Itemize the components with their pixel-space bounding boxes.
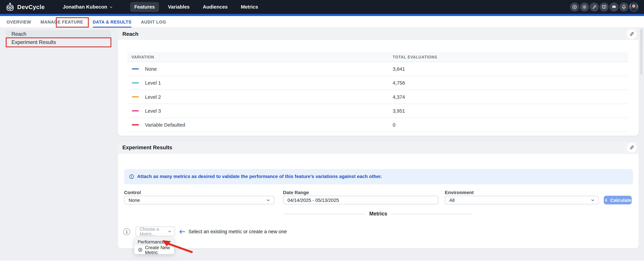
vertical-scrollbar-thumb[interactable] xyxy=(640,29,642,75)
experiment-results-section-header: Experiment Results xyxy=(118,141,639,153)
table-row: Level 1 4,756 xyxy=(127,76,628,90)
link-icon xyxy=(629,31,634,37)
table-row: Variable Defaulted 0 xyxy=(127,118,628,132)
variation-label: Level 1 xyxy=(145,80,161,86)
plus-circle-icon xyxy=(138,248,142,252)
navbar-actions xyxy=(570,3,638,12)
brand-name: DevCycle xyxy=(17,4,45,10)
page-bottom xyxy=(0,261,644,269)
calculate-button-label: Calculate xyxy=(610,198,631,202)
date-range-label: Date Range xyxy=(283,190,309,195)
top-navbar: DevCycle Jonathan Kubecon Features Varia… xyxy=(0,0,644,14)
add-button[interactable] xyxy=(570,3,579,12)
variation-label: None xyxy=(145,66,157,72)
settings-button[interactable] xyxy=(580,3,589,12)
date-range-value: 04/14/2025 - 05/13/2025 xyxy=(288,198,339,202)
variation-evaluations: 4,374 xyxy=(392,94,405,100)
metric-dropdown-menu: Performance Create New Metric xyxy=(134,238,174,254)
gear-icon xyxy=(582,5,587,10)
control-label: Control xyxy=(124,190,141,195)
org-switcher[interactable]: Jonathan Kubecon xyxy=(63,4,113,10)
reach-table-header-row: VARIATION TOTAL EVALUATIONS xyxy=(127,52,628,62)
chevron-down-icon xyxy=(266,198,270,202)
environment-label: Environment xyxy=(445,190,474,195)
api-keys-button[interactable] xyxy=(590,3,599,12)
info-icon xyxy=(129,174,134,179)
tab-data-and-results[interactable]: DATA & RESULTS xyxy=(93,16,132,28)
dropdown-option-performance[interactable]: Performance xyxy=(134,238,174,246)
info-banner: Attach as many metrics as desired to val… xyxy=(124,169,633,184)
active-tab-underline xyxy=(93,27,132,28)
variation-color-dash xyxy=(132,124,139,126)
metric-row-1: 1 Choose a Metric... Select an existing … xyxy=(123,226,287,236)
environment-value: All xyxy=(449,198,454,202)
discord-button[interactable] xyxy=(610,3,618,12)
org-name: Jonathan Kubecon xyxy=(63,4,107,10)
book-icon xyxy=(602,5,606,10)
environment-select[interactable]: All xyxy=(445,196,599,204)
notifications-button[interactable] xyxy=(619,3,628,12)
variation-label: Variable Defaulted xyxy=(145,122,185,128)
table-row: Level 3 3,951 xyxy=(127,104,628,118)
date-range-input[interactable]: 04/14/2025 - 05/13/2025 xyxy=(283,196,438,204)
experiment-results-section-title: Experiment Results xyxy=(122,144,172,151)
sidebar-item-reach[interactable]: Reach xyxy=(6,30,111,38)
environment-progress-bar xyxy=(0,14,644,16)
key-icon xyxy=(592,5,597,10)
calculate-button[interactable]: Calculate xyxy=(604,196,632,204)
nav-item-features[interactable]: Features xyxy=(130,2,159,12)
reach-table: VARIATION TOTAL EVALUATIONS None 3,641 L… xyxy=(127,52,628,132)
variation-evaluations: 0 xyxy=(392,122,395,128)
tab-manage-feature[interactable]: MANAGE FEATURE xyxy=(40,16,83,28)
table-row: None 3,641 xyxy=(127,62,628,76)
feature-tabbar: OVERVIEW MANAGE FEATURE DATA & RESULTS A… xyxy=(0,16,644,28)
bell-icon xyxy=(621,5,626,10)
variation-evaluations: 3,641 xyxy=(392,66,405,72)
left-arrow-icon xyxy=(179,229,185,234)
control-value: None xyxy=(129,198,140,202)
variation-color-dash xyxy=(132,96,139,98)
chevron-down-icon xyxy=(591,198,595,202)
user-avatar[interactable] xyxy=(629,3,638,12)
reach-card: VARIATION TOTAL EVALUATIONS None 3,641 L… xyxy=(118,40,639,136)
chevron-down-icon xyxy=(168,229,172,233)
lightning-icon xyxy=(604,198,608,202)
table-row: Level 2 4,374 xyxy=(127,90,628,104)
variation-evaluations: 4,756 xyxy=(392,80,405,86)
page-content: Reach Experiment Results Reach VARIATION… xyxy=(0,28,644,261)
column-header-variation: VARIATION xyxy=(132,55,154,59)
variation-label: Level 2 xyxy=(145,94,161,100)
chevron-down-icon xyxy=(109,5,113,9)
nav-item-audiences[interactable]: Audiences xyxy=(199,2,232,12)
reach-section-header: Reach xyxy=(118,28,639,40)
primary-nav: Features Variables Audiences Metrics xyxy=(130,2,262,12)
nav-item-variables[interactable]: Variables xyxy=(164,2,194,12)
control-select[interactable]: None xyxy=(124,196,274,204)
docs-button[interactable] xyxy=(600,3,609,12)
metrics-divider: Metrics xyxy=(284,211,473,217)
tab-overview[interactable]: OVERVIEW xyxy=(6,16,31,28)
experiment-results-card: Attach as many metrics as desired to val… xyxy=(118,154,639,248)
experiment-permalink-button[interactable] xyxy=(627,143,636,152)
discord-icon xyxy=(612,5,616,10)
nav-item-metrics[interactable]: Metrics xyxy=(237,2,262,12)
variation-color-dash xyxy=(132,110,139,112)
dropdown-create-new-metric[interactable]: Create New Metric xyxy=(134,246,174,254)
info-banner-text: Attach as many metrics as desired to val… xyxy=(137,174,382,179)
tab-audit-log[interactable]: AUDIT LOG xyxy=(141,16,166,28)
devcycle-app: DevCycle Jonathan Kubecon Features Varia… xyxy=(0,0,644,269)
variation-evaluations: 3,951 xyxy=(392,108,405,114)
variation-color-dash xyxy=(132,68,139,70)
devcycle-logo[interactable]: DevCycle xyxy=(5,3,45,12)
choose-metric-select[interactable]: Choose a Metric... xyxy=(136,226,175,236)
metrics-heading: Metrics xyxy=(369,211,387,217)
robot-logo-icon xyxy=(5,3,15,12)
sidebar-item-experiment-results[interactable]: Experiment Results xyxy=(6,38,111,47)
variation-label: Level 3 xyxy=(145,108,161,114)
metric-row-number: 1 xyxy=(123,228,130,235)
link-icon xyxy=(629,145,634,150)
reach-section-title: Reach xyxy=(122,31,138,37)
plus-circle-icon xyxy=(572,5,577,10)
reach-permalink-button[interactable] xyxy=(627,29,636,39)
variation-color-dash xyxy=(132,82,139,84)
